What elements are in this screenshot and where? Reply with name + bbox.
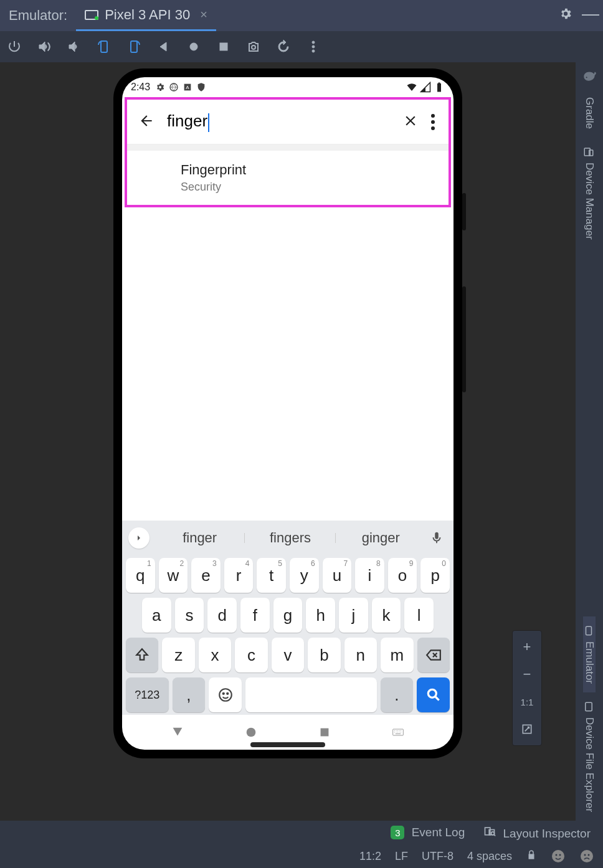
gradle-rail-elephant-icon[interactable] [581, 62, 597, 88]
layout-inspector-button[interactable]: Layout Inspector [483, 825, 591, 841]
nav-back-icon[interactable] [170, 725, 185, 740]
key-x[interactable]: x [199, 638, 231, 672]
caret-position[interactable]: 11:2 [359, 850, 381, 863]
emulator-rail-item[interactable]: Emulator [583, 616, 596, 692]
svg-rect-3 [220, 43, 227, 50]
devices-icon [584, 146, 595, 158]
content-blank-area [122, 207, 453, 521]
line-ending[interactable]: LF [395, 850, 408, 863]
key-e[interactable]: e3 [191, 558, 221, 593]
settings-gear-icon[interactable] [553, 7, 578, 24]
key-s[interactable]: s [175, 598, 204, 633]
voice-input-icon[interactable] [426, 531, 447, 545]
device-file-explorer-rail-item[interactable]: Device File Explorer [583, 692, 596, 821]
volume-up-icon[interactable] [36, 39, 52, 55]
emoji-key[interactable] [209, 677, 242, 712]
key-m[interactable]: m [381, 638, 413, 672]
svg-point-31 [588, 854, 590, 856]
phone-screen[interactable]: 2:43 A fing [122, 77, 453, 750]
nav-back-triangle-icon[interactable] [156, 39, 172, 55]
comma-key[interactable]: , [173, 677, 206, 712]
svg-rect-22 [586, 702, 592, 711]
nav-home-icon[interactable] [244, 725, 259, 740]
key-t[interactable]: t5 [257, 558, 286, 593]
search-enter-key[interactable] [417, 677, 450, 712]
key-f[interactable]: f [240, 598, 270, 633]
symbols-key[interactable]: ?123 [126, 677, 169, 712]
key-z[interactable]: z [162, 638, 194, 672]
suggestion-1[interactable]: finger [154, 530, 245, 546]
search-result-item[interactable]: Fingerprint Security [127, 151, 449, 205]
layout-inspector-icon [483, 825, 496, 837]
keyboard-row-1: q1w2e3r4t5y6u7i8o9p0 [122, 555, 453, 595]
zoom-in-button[interactable]: + [513, 633, 541, 661]
key-w[interactable]: w2 [159, 558, 188, 593]
period-key[interactable]: . [381, 677, 414, 712]
key-j[interactable]: j [339, 598, 368, 633]
device-tab[interactable]: Pixel 3 API 30 × [76, 0, 216, 31]
suggestion-2[interactable]: fingers [245, 530, 335, 546]
key-h[interactable]: h [306, 598, 335, 633]
space-key[interactable] [245, 677, 377, 712]
emulator-label: Emulator: [0, 7, 76, 24]
minimize-icon[interactable]: — [578, 14, 603, 17]
zoom-1to1-button[interactable]: 1:1 [513, 688, 541, 715]
svg-point-5 [312, 41, 315, 44]
nav-overview-square-icon[interactable] [216, 39, 232, 55]
key-p[interactable]: p0 [420, 558, 450, 593]
ide-status-bar-lower: 11:2 LF UTF-8 4 spaces [0, 844, 603, 868]
wifi-icon [406, 82, 417, 93]
key-q[interactable]: q1 [126, 558, 155, 593]
device-manager-rail-item[interactable]: Device Manager [583, 138, 596, 248]
suggestion-3[interactable]: ginger [336, 530, 426, 546]
key-b[interactable]: b [308, 638, 340, 672]
event-log-button[interactable]: 3 Event Log [391, 826, 465, 840]
expand-suggestions-icon[interactable] [128, 527, 150, 549]
key-r[interactable]: r4 [224, 558, 254, 593]
svg-rect-21 [586, 626, 592, 635]
indent-setting[interactable]: 4 spaces [467, 850, 512, 863]
shift-key[interactable] [126, 638, 158, 672]
key-k[interactable]: k [372, 598, 401, 633]
close-tab-icon[interactable]: × [200, 7, 207, 22]
nav-home-circle-icon[interactable] [186, 39, 202, 55]
snapshot-history-icon[interactable] [275, 39, 292, 55]
result-subtitle: Security [181, 181, 436, 194]
status-time: 2:43 [131, 82, 150, 93]
shield-status-icon [196, 82, 206, 92]
svg-rect-0 [101, 41, 107, 52]
more-vertical-icon[interactable] [305, 39, 321, 55]
search-divider [127, 144, 449, 151]
clear-search-icon[interactable] [402, 113, 419, 131]
nav-keyboard-icon[interactable] [391, 725, 406, 740]
backspace-key[interactable] [417, 638, 450, 672]
search-input[interactable]: finger [167, 111, 390, 131]
nav-recents-icon[interactable] [317, 725, 332, 740]
key-d[interactable]: d [207, 598, 237, 633]
gradle-rail-item[interactable]: Gradle [583, 88, 596, 138]
zoom-out-button[interactable]: − [513, 661, 541, 688]
key-o[interactable]: o9 [388, 558, 417, 593]
key-y[interactable]: y6 [290, 558, 319, 593]
zoom-fit-button[interactable] [513, 715, 541, 743]
power-icon[interactable] [6, 39, 22, 55]
key-v[interactable]: v [272, 638, 304, 672]
key-i[interactable]: i8 [355, 558, 384, 593]
rotate-right-icon[interactable] [126, 39, 142, 55]
ide-status-sad-face-icon[interactable] [579, 849, 594, 864]
search-more-icon[interactable] [431, 114, 437, 130]
screenshot-camera-icon[interactable] [245, 39, 262, 55]
key-c[interactable]: c [235, 638, 267, 672]
key-g[interactable]: g [273, 598, 303, 633]
volume-down-icon[interactable] [66, 39, 82, 55]
readonly-lock-icon[interactable] [526, 849, 537, 864]
key-u[interactable]: u7 [323, 558, 352, 593]
ide-status-happy-face-icon[interactable] [551, 849, 566, 864]
key-n[interactable]: n [344, 638, 377, 672]
file-encoding[interactable]: UTF-8 [422, 850, 453, 863]
key-a[interactable]: a [142, 598, 171, 633]
rotate-left-icon[interactable] [96, 39, 112, 55]
svg-point-4 [252, 45, 255, 49]
key-l[interactable]: l [404, 598, 434, 633]
back-arrow-icon[interactable] [138, 113, 154, 131]
